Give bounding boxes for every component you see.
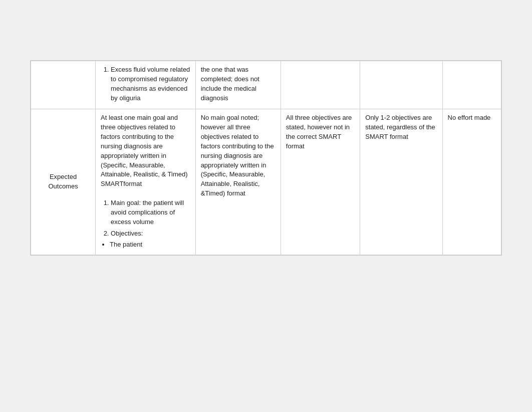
top-col5-cell <box>442 61 501 109</box>
top-col4-cell <box>360 61 442 109</box>
main-goal-item: Main goal: the patient will avoid compli… <box>111 198 190 227</box>
col5-text: No effort made <box>448 114 491 121</box>
table-wrapper: Excess fluid volume related to compromis… <box>30 60 502 256</box>
expected-outcomes-col3: All three objectives are stated, however… <box>281 109 360 255</box>
col1-list: Main goal: the patient will avoid compli… <box>101 198 190 238</box>
main-goal-text: Main goal: the patient will avoid compli… <box>111 199 184 226</box>
rubric-table: Excess fluid volume related to compromis… <box>31 61 501 255</box>
top-col2-cell: the one that was completed; does not inc… <box>195 61 281 109</box>
table-row-top: Excess fluid volume related to compromis… <box>31 61 501 109</box>
objectives-sub-list: The patient <box>101 240 190 250</box>
objectives-label: Objectives: <box>111 230 143 237</box>
at-least-one-main-text: At least one main goal and three objecti… <box>101 114 187 187</box>
page-container: Excess fluid volume related to compromis… <box>0 0 532 276</box>
top-col3-cell <box>281 61 360 109</box>
top-col1-cell: Excess fluid volume related to compromis… <box>96 61 196 109</box>
col1-heading-text: At least one main goal and three objecti… <box>101 113 190 189</box>
objective-sub-text: The patient <box>110 241 142 248</box>
top-col2-text: the one that was completed; does not inc… <box>201 66 259 102</box>
expected-outcomes-col4: Only 1-2 objectives are stated, regardle… <box>360 109 442 255</box>
expected-outcomes-col5: No effort made <box>442 109 501 255</box>
expected-outcomes-text: Expected Outcomes <box>48 173 78 190</box>
objective-sub-item: The patient <box>110 240 190 250</box>
objectives-item: Objectives: <box>111 229 190 239</box>
col3-text: All three objectives are stated, however… <box>286 114 352 150</box>
table-row-expected-outcomes: Expected Outcomes At least one main goal… <box>31 109 501 255</box>
list-item: Excess fluid volume related to compromis… <box>111 65 190 103</box>
col2-text: No main goal noted; however all three ob… <box>201 114 274 197</box>
expected-outcomes-label: Expected Outcomes <box>31 109 96 255</box>
top-list: Excess fluid volume related to compromis… <box>101 65 190 103</box>
top-label-cell <box>31 61 96 109</box>
list-item-text: Excess fluid volume related to compromis… <box>111 66 190 102</box>
expected-outcomes-col1: At least one main goal and three objecti… <box>96 109 196 255</box>
col4-text: Only 1-2 objectives are stated, regardle… <box>365 114 435 140</box>
expected-outcomes-col2: No main goal noted; however all three ob… <box>195 109 281 255</box>
